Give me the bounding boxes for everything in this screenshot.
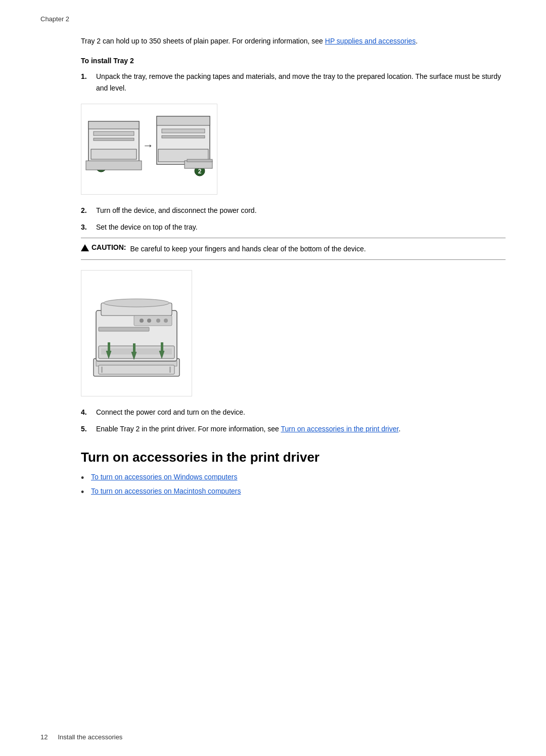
windows-accessories-link[interactable]: To turn on accessories on Windows comput… (91, 473, 237, 481)
footer-page-number: 12 (40, 733, 48, 741)
svg-rect-4 (91, 149, 136, 159)
intro-paragraph: Tray 2 can hold up to 350 sheets of plai… (81, 35, 506, 47)
svg-text:→: → (143, 139, 154, 152)
install-tray2-heading: To install Tray 2 (81, 57, 506, 65)
step-2-number: 2. (81, 205, 96, 216)
chapter-header: Chapter 2 (40, 15, 506, 25)
steps-2-3-list: 2. Turn off the device, and disconnect t… (81, 205, 506, 233)
svg-rect-2 (94, 131, 134, 136)
step-2-text: Turn off the device, and disconnect the … (96, 205, 506, 216)
svg-rect-16 (187, 159, 212, 162)
svg-text:2: 2 (198, 168, 202, 175)
caution-label: CAUTION: (81, 243, 126, 251)
svg-rect-20 (99, 365, 174, 374)
svg-point-28 (147, 319, 151, 323)
tray-install-image-1: 1 2 → (81, 104, 506, 195)
step-5-text-before: Enable Tray 2 in the print driver. For m… (96, 425, 281, 433)
caution-triangle-icon (81, 244, 89, 251)
step-3: 3. Set the device on top of the tray. (81, 221, 506, 233)
svg-rect-22 (169, 367, 171, 373)
svg-point-30 (164, 319, 168, 323)
svg-point-29 (156, 319, 160, 323)
tray-install-image-2 (81, 270, 506, 396)
svg-point-27 (140, 319, 144, 323)
page-footer: 12 Install the accessories (40, 733, 506, 741)
step-3-number: 3. (81, 221, 96, 233)
intro-text-after-link: . (416, 37, 418, 45)
svg-rect-35 (108, 342, 110, 351)
bullet-dot-2: • (81, 487, 91, 498)
svg-rect-21 (101, 367, 103, 373)
svg-rect-9 (157, 116, 210, 125)
step-1-text: Unpack the tray, remove the packing tape… (96, 71, 506, 94)
svg-rect-11 (162, 136, 205, 138)
page: Chapter 2 Tray 2 can hold up to 350 shee… (0, 0, 546, 756)
step-5-text-after: . (398, 425, 400, 433)
svg-point-25 (104, 299, 169, 307)
svg-rect-37 (133, 343, 135, 352)
caution-box: CAUTION: Be careful to keep your fingers… (81, 238, 506, 260)
step-4-text: Connect the power cord and turn on the d… (96, 407, 506, 418)
step-5-text: Enable Tray 2 in the print driver. For m… (96, 423, 506, 434)
svg-rect-10 (162, 129, 205, 133)
caution-label-text: CAUTION: (92, 243, 126, 251)
step-5-number: 5. (81, 423, 96, 434)
step-1-number: 1. (81, 71, 96, 94)
step-1: 1. Unpack the tray, remove the packing t… (81, 71, 506, 94)
tray-svg-2 (83, 273, 190, 394)
svg-rect-39 (161, 342, 163, 351)
intro-text-before-link: Tray 2 can hold up to 350 sheets of plai… (81, 37, 325, 45)
steps-4-5-list: 4. Connect the power cord and turn on th… (81, 407, 506, 434)
turn-on-accessories-link-step5[interactable]: Turn on accessories in the print driver (281, 425, 398, 433)
step-4: 4. Connect the power cord and turn on th… (81, 407, 506, 418)
caution-text: Be careful to keep your fingers and hand… (130, 243, 366, 254)
svg-rect-31 (99, 327, 149, 331)
content-area: Tray 2 can hold up to 350 sheets of plai… (40, 35, 506, 498)
tray-image-2-container (81, 270, 192, 396)
main-section-heading: Turn on accessories in the print driver (81, 450, 506, 465)
mac-accessories-link[interactable]: To turn on accessories on Macintosh comp… (91, 487, 241, 495)
bullet-dot-1: • (81, 473, 91, 484)
svg-rect-1 (88, 121, 139, 129)
hp-supplies-link[interactable]: HP supplies and accessories (325, 37, 416, 45)
step-3-text: Set the device on top of the tray. (96, 221, 506, 233)
tray-image-1-container: 1 2 → (81, 104, 217, 195)
step-2: 2. Turn off the device, and disconnect t… (81, 205, 506, 216)
step-4-number: 4. (81, 407, 96, 418)
bullet-item-windows: • To turn on accessories on Windows comp… (81, 473, 506, 484)
install-steps-list: 1. Unpack the tray, remove the packing t… (81, 71, 506, 94)
svg-rect-7 (86, 161, 142, 170)
bullet-item-mac: • To turn on accessories on Macintosh co… (81, 487, 506, 498)
tray-svg-1: 1 2 → (83, 106, 215, 192)
footer-chapter-text: Install the accessories (58, 733, 122, 741)
step-5: 5. Enable Tray 2 in the print driver. Fo… (81, 423, 506, 434)
svg-rect-3 (94, 138, 134, 141)
bullet-links-list: • To turn on accessories on Windows comp… (81, 473, 506, 498)
